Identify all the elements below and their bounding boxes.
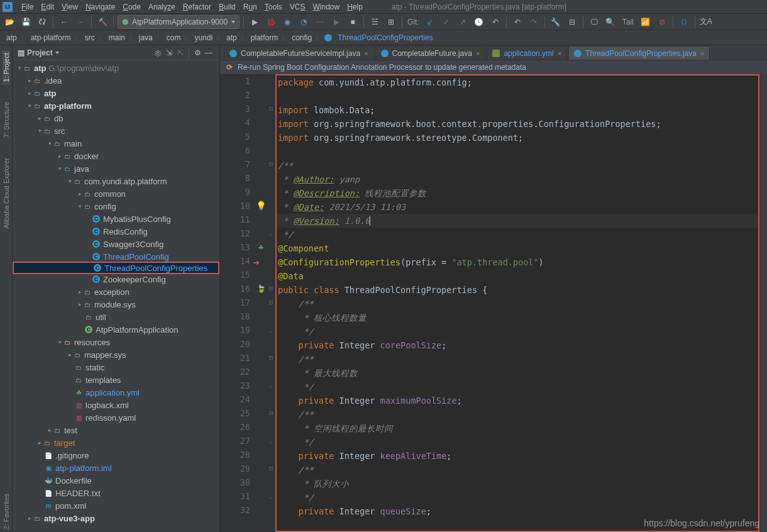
crumb[interactable]: config bbox=[290, 33, 313, 43]
expand-all-icon[interactable]: ⇲ bbox=[163, 47, 175, 58]
annotation-banner[interactable]: ⟳ Re-run Spring Boot Configuration Annot… bbox=[220, 60, 767, 74]
monitor-icon[interactable]: 🖵 bbox=[587, 15, 601, 29]
wifi-icon[interactable]: 📶 bbox=[639, 15, 653, 29]
collapse-all-icon[interactable]: ⇱ bbox=[175, 47, 186, 58]
menu-build[interactable]: Build bbox=[215, 1, 240, 13]
editor-tab[interactable]: application.yml× bbox=[487, 46, 567, 60]
menu-view[interactable]: View bbox=[58, 1, 82, 13]
window-title: atp - ThreadPoolConfigProperties.java [a… bbox=[392, 3, 566, 11]
brackets-icon[interactable]: ⟨⟩ bbox=[677, 15, 691, 29]
close-icon[interactable]: × bbox=[364, 50, 368, 57]
separator bbox=[673, 16, 673, 28]
menu-window[interactable]: Window bbox=[309, 1, 343, 13]
undo-icon[interactable]: ↶ bbox=[510, 15, 524, 29]
crumb[interactable]: yundi bbox=[193, 33, 214, 43]
git-commit-icon[interactable]: ✓ bbox=[439, 15, 453, 29]
tool-tab-favorites[interactable]: 2: Favorites bbox=[3, 491, 10, 532]
open-icon[interactable]: 📂 bbox=[3, 15, 16, 29]
git-label: Git: bbox=[406, 18, 421, 26]
crumb[interactable]: atp bbox=[225, 33, 238, 43]
left-tool-gutter: 1: Project 7: Structure Alibaba Cloud Ex… bbox=[0, 45, 13, 532]
project-tree[interactable]: ▾🗀atp G:\program\dev\atp ▸🗀.idea ▸🗀atp ▾… bbox=[13, 60, 219, 532]
build3-icon[interactable]: ⊞ bbox=[384, 15, 398, 29]
code-content[interactable]: package com.yundi.atp.platform.config; i… bbox=[275, 74, 759, 532]
editor-tab[interactable]: CompletableFuture.java× bbox=[375, 46, 486, 60]
menu-refactor[interactable]: Refactor bbox=[179, 1, 215, 13]
build-icon[interactable]: 🔨 bbox=[96, 15, 109, 29]
sdk-icon[interactable]: ⊟ bbox=[565, 15, 579, 29]
run-icon[interactable]: ▶ bbox=[248, 15, 262, 29]
stop-icon[interactable]: ■ bbox=[346, 15, 360, 29]
hide-panel-icon[interactable]: — bbox=[203, 47, 214, 58]
crumb[interactable]: main bbox=[108, 33, 126, 43]
spring-bean-icon[interactable]: ☘ bbox=[258, 240, 263, 254]
block-icon[interactable]: ⊘ bbox=[655, 15, 669, 29]
menu-help[interactable]: Help bbox=[343, 1, 367, 13]
class-icon bbox=[381, 50, 389, 57]
crumb[interactable]: src bbox=[84, 33, 96, 43]
run-config-combo[interactable]: ⬢ AtpPlatformApplication-9000 bbox=[118, 15, 240, 29]
search-icon[interactable]: 🔍 bbox=[604, 15, 617, 29]
editor-tab[interactable]: CompletableFutureServiceImpl.java× bbox=[224, 46, 374, 60]
menu-analyze[interactable]: Analyze bbox=[145, 1, 179, 13]
editor-area: CompletableFutureServiceImpl.java× Compl… bbox=[220, 45, 767, 532]
select-opened-icon[interactable]: ◎ bbox=[152, 47, 163, 58]
spring-leaf-icon[interactable]: 🍃 bbox=[257, 282, 266, 296]
git-history-icon[interactable]: 🕓 bbox=[472, 15, 486, 29]
tail-label: Tail bbox=[620, 18, 636, 26]
tool-tab-project[interactable]: 1: Project bbox=[3, 50, 10, 84]
crumb[interactable]: atp bbox=[5, 33, 18, 43]
crumb-current[interactable]: ThreadPoolConfigProperties bbox=[336, 33, 434, 43]
coverage-icon[interactable]: ◉ bbox=[280, 15, 294, 29]
git-push-icon[interactable]: ↗ bbox=[456, 15, 470, 29]
close-icon[interactable]: × bbox=[558, 50, 561, 57]
profile-icon[interactable]: ◔ bbox=[297, 15, 311, 29]
build2-icon[interactable]: ☱ bbox=[368, 15, 382, 29]
toolbar: 📂 💾 🗘 ← → 🔨 ⬢ AtpPlatformApplication-900… bbox=[0, 14, 767, 30]
redo-icon[interactable]: ↷ bbox=[527, 15, 541, 29]
git-update-icon[interactable]: ↙ bbox=[423, 15, 437, 29]
project-panel: ▤Project ◎ ⇲ ⇱ ⚙ — ▾🗀atp G:\program\dev\… bbox=[13, 45, 220, 532]
separator bbox=[113, 16, 114, 28]
menu-navigate[interactable]: Navigate bbox=[82, 1, 119, 13]
crumb[interactable]: com bbox=[165, 33, 182, 43]
close-icon[interactable]: × bbox=[476, 50, 480, 57]
menu-run[interactable]: Run bbox=[240, 1, 261, 13]
separator bbox=[583, 16, 583, 28]
run2-icon[interactable]: ▶ bbox=[329, 15, 343, 29]
tool-tab-structure[interactable]: 7: Structure bbox=[3, 99, 10, 140]
wrench-icon[interactable]: 🔧 bbox=[549, 15, 563, 29]
menu-file[interactable]: File bbox=[18, 1, 37, 13]
separator bbox=[695, 16, 695, 28]
bulb-icon[interactable]: 💡 bbox=[256, 199, 267, 213]
menu-tools[interactable]: Tools bbox=[261, 1, 286, 13]
crumb[interactable]: java bbox=[138, 33, 154, 43]
back-icon[interactable]: ← bbox=[57, 15, 71, 29]
sync-icon[interactable]: 🗘 bbox=[35, 15, 49, 29]
line-numbers: 1234567891011121314151617181920212223242… bbox=[220, 74, 255, 532]
debug-icon[interactable]: 🐞 bbox=[264, 15, 278, 29]
project-panel-title: Project bbox=[27, 48, 53, 57]
git-rollback-icon[interactable]: ↶ bbox=[488, 15, 502, 29]
forward-icon[interactable]: → bbox=[74, 15, 87, 29]
crumb[interactable]: platform bbox=[250, 33, 279, 43]
attach-icon[interactable]: ⋯ bbox=[313, 15, 327, 29]
translate-icon[interactable]: 文A bbox=[699, 15, 713, 29]
editor-scrollbar[interactable] bbox=[759, 74, 767, 532]
code-editor[interactable]: 1234567891011121314151617181920212223242… bbox=[220, 74, 767, 532]
close-icon[interactable]: × bbox=[700, 50, 704, 57]
bulb-icon: ⟳ bbox=[226, 63, 233, 72]
chevron-down-icon[interactable] bbox=[55, 52, 59, 54]
menu-code[interactable]: Code bbox=[119, 1, 145, 13]
tree-root[interactable]: atp bbox=[34, 64, 47, 73]
tool-tab-alibaba[interactable]: Alibaba Cloud Explorer bbox=[3, 155, 10, 231]
menu-vcs[interactable]: VCS bbox=[286, 1, 309, 13]
crumb[interactable]: atp-platform bbox=[30, 33, 72, 43]
editor-tab-active[interactable]: ThreadPoolConfigProperties.java× bbox=[568, 46, 710, 60]
run-config-label: AtpPlatformApplication-9000 bbox=[132, 18, 228, 26]
intellij-logo-icon: IJ bbox=[3, 2, 13, 12]
gear-icon[interactable]: ⚙ bbox=[192, 47, 203, 58]
menu-edit[interactable]: Edit bbox=[37, 1, 58, 13]
save-all-icon[interactable]: 💾 bbox=[19, 15, 33, 29]
tree-selected-file[interactable]: CThreadPoolConfigProperties bbox=[13, 262, 219, 274]
